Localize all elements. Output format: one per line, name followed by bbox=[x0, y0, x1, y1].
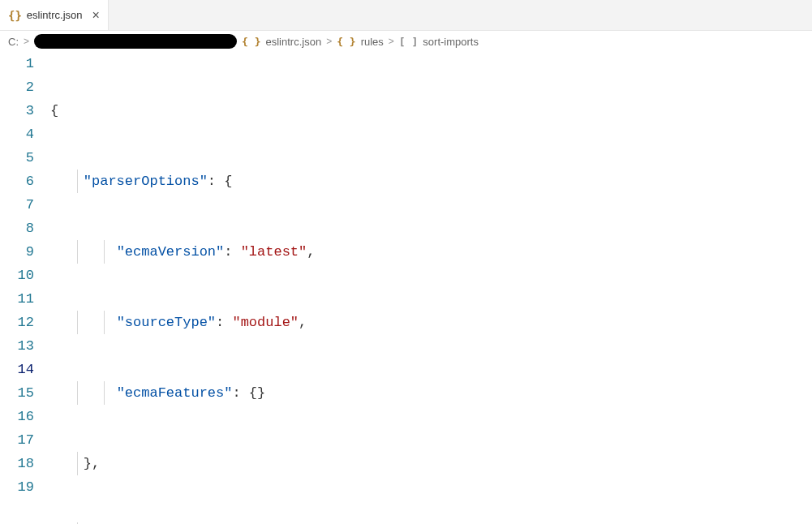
chevron-right-icon: > bbox=[326, 36, 332, 47]
line-number: 16 bbox=[0, 405, 34, 428]
colon: : bbox=[224, 244, 240, 260]
json-key: "ecmaFeatures" bbox=[117, 385, 233, 401]
code-line: "sourceType": "module", bbox=[50, 311, 812, 334]
line-number: 12 bbox=[0, 311, 34, 334]
line-number: 17 bbox=[0, 428, 34, 452]
code-line: }, bbox=[50, 452, 812, 475]
code-line: { bbox=[50, 99, 812, 122]
brace: } bbox=[84, 456, 92, 471]
comma: , bbox=[299, 315, 307, 330]
line-number: 19 bbox=[0, 475, 34, 499]
chevron-right-icon: > bbox=[24, 36, 29, 47]
comma: , bbox=[92, 456, 100, 471]
line-number: 3 bbox=[0, 99, 34, 122]
line-number: 14 bbox=[0, 358, 34, 381]
tab-label: eslintrc.json bbox=[27, 9, 83, 21]
code-line: "parserOptions": { bbox=[50, 170, 812, 193]
json-key: "sourceType" bbox=[117, 315, 216, 330]
line-number: 6 bbox=[0, 170, 34, 193]
breadcrumb-file[interactable]: eslintrc.json bbox=[266, 36, 322, 48]
code-line: "ecmaFeatures": {} bbox=[50, 381, 812, 405]
line-number: 7 bbox=[0, 193, 34, 217]
line-number: 2 bbox=[0, 75, 34, 99]
line-number: 1 bbox=[0, 52, 34, 75]
tab-bar: {} eslintrc.json × bbox=[0, 0, 812, 31]
breadcrumb-sort-imports[interactable]: sort-imports bbox=[423, 36, 479, 48]
line-number: 5 bbox=[0, 146, 34, 170]
brace: {} bbox=[249, 385, 265, 401]
colon: : bbox=[216, 315, 232, 330]
colon: : bbox=[232, 385, 248, 401]
code-editor[interactable]: 1 2 3 4 5 6 7 8 9 10 11 12 13 14 15 16 1… bbox=[0, 52, 812, 524]
json-string: "latest" bbox=[241, 244, 307, 260]
line-number: 15 bbox=[0, 381, 34, 405]
json-file-icon: { } bbox=[242, 36, 260, 48]
breadcrumb-path-redacted bbox=[34, 34, 237, 49]
code-area[interactable]: { "parserOptions": { "ecmaVersion": "lat… bbox=[50, 52, 812, 524]
array-icon: [ ] bbox=[399, 36, 418, 48]
brace: { bbox=[50, 103, 58, 118]
line-number: 11 bbox=[0, 287, 34, 311]
line-number: 10 bbox=[0, 264, 34, 287]
chevron-right-icon: > bbox=[389, 36, 394, 47]
brace: { bbox=[224, 174, 232, 189]
line-number: 8 bbox=[0, 217, 34, 240]
json-key: "parserOptions" bbox=[84, 174, 208, 189]
json-string: "module" bbox=[232, 315, 299, 330]
colon: : bbox=[208, 174, 224, 189]
breadcrumb-drive[interactable]: C: bbox=[8, 36, 19, 48]
code-line: "ecmaVersion": "latest", bbox=[50, 240, 812, 264]
comma: , bbox=[307, 244, 315, 260]
json-file-icon: {} bbox=[8, 9, 22, 22]
line-number-gutter: 1 2 3 4 5 6 7 8 9 10 11 12 13 14 15 16 1… bbox=[0, 52, 50, 524]
line-number: 4 bbox=[0, 122, 34, 146]
line-number: 18 bbox=[0, 452, 34, 475]
breadcrumb: C: > { } eslintrc.json > { } rules > [ ]… bbox=[0, 31, 812, 52]
breadcrumb-rules[interactable]: rules bbox=[361, 36, 384, 48]
line-number: 9 bbox=[0, 240, 34, 264]
object-icon: { } bbox=[337, 36, 355, 48]
json-key: "ecmaVersion" bbox=[117, 244, 225, 260]
tab-eslintrc[interactable]: {} eslintrc.json × bbox=[0, 0, 109, 30]
line-number: 13 bbox=[0, 334, 34, 358]
close-icon[interactable]: × bbox=[92, 9, 100, 22]
